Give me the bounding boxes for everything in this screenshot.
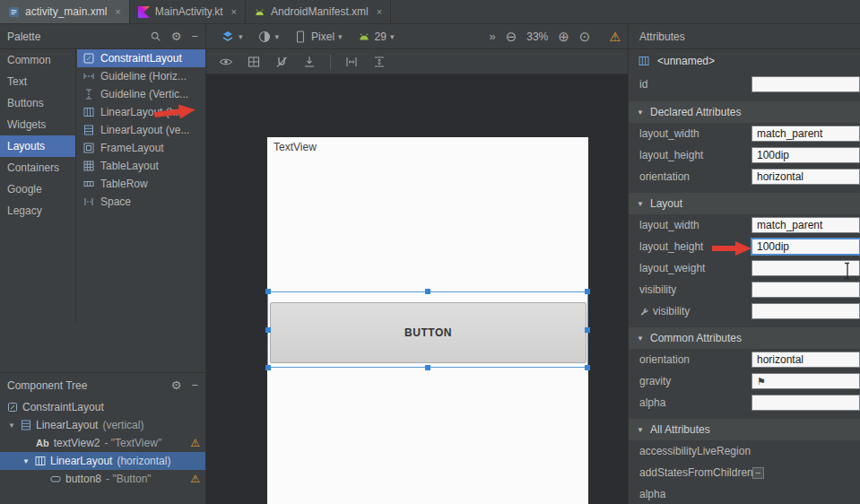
selection-handle[interactable]: [585, 289, 590, 294]
flag-icon[interactable]: ⚑: [757, 377, 766, 387]
warning-icon[interactable]: ⚠: [190, 474, 200, 484]
checkbox-indeterminate[interactable]: −: [752, 467, 764, 479]
palette-category-common[interactable]: Common: [0, 49, 75, 71]
palette-category-google[interactable]: Google: [0, 178, 75, 200]
gear-icon[interactable]: ⚙: [171, 30, 182, 42]
zoom-to-fit-button[interactable]: ⊙: [579, 30, 591, 43]
zoom-in-button[interactable]: ⊕: [558, 30, 569, 43]
palette-category-containers[interactable]: Containers: [0, 157, 75, 178]
palette-title: Palette: [7, 30, 40, 43]
palette-item-guideline-horizontal[interactable]: Guideline (Horiz...: [77, 67, 205, 85]
design-surface-selector[interactable]: ▾: [221, 30, 243, 44]
tab-mainactivity-kt[interactable]: MainActivity.kt ×: [130, 0, 246, 23]
palette-item-framelayout[interactable]: FrameLayout: [77, 139, 205, 157]
palette-category-legacy[interactable]: Legacy: [0, 200, 75, 222]
collapse-icon: ▼: [636, 426, 645, 434]
palette-item-constraintlayout[interactable]: ConstraintLayout: [77, 49, 205, 67]
close-icon[interactable]: ×: [115, 7, 120, 17]
section-declared-attributes[interactable]: ▼ Declared Attributes: [629, 101, 860, 123]
linearlayout-icon: [638, 55, 650, 67]
attr-value-input[interactable]: [751, 282, 860, 298]
selection-handle[interactable]: [585, 327, 590, 333]
close-icon[interactable]: ×: [231, 7, 237, 17]
palette-item-space[interactable]: Space: [77, 193, 205, 211]
selection-handle[interactable]: [265, 365, 271, 370]
selected-component-name: <unnamed>: [657, 55, 715, 67]
chevron-down-icon: ▾: [275, 32, 280, 41]
close-icon[interactable]: ×: [377, 7, 382, 17]
design-surface: TextView BUTTON: [206, 49, 628, 504]
tree-item-button8[interactable]: button8- "Button" ⚠: [0, 470, 205, 488]
attr-row: visibility: [629, 279, 860, 300]
palette-item-linearlayout-vertical[interactable]: LinearLayout (ve...: [77, 121, 205, 139]
tree-item-linearlayout-vertical[interactable]: ▼ LinearLayout(vertical): [0, 416, 205, 434]
attr-row-tools-visibility: visibility: [629, 300, 860, 322]
section-common-attributes[interactable]: ▼ Common Attributes: [629, 327, 860, 349]
attr-value-input[interactable]: match_parent: [751, 126, 860, 142]
attr-value-input[interactable]: horizontal: [751, 352, 860, 368]
orientation-selector[interactable]: ▾: [257, 30, 280, 44]
palette-category-widgets[interactable]: Widgets: [0, 114, 75, 135]
issues-warning-icon[interactable]: ⚠: [609, 30, 621, 43]
tree-item-linearlayout-horizontal[interactable]: ▼ LinearLayout(horizontal): [0, 452, 205, 470]
expander-icon[interactable]: ▼: [22, 457, 30, 465]
section-layout[interactable]: ▼ Layout: [629, 193, 860, 214]
attr-row: layout_width match_parent: [629, 214, 860, 236]
gear-icon[interactable]: ⚙: [171, 379, 182, 391]
minimize-icon[interactable]: −: [191, 379, 198, 391]
selected-linearlayout-region[interactable]: BUTTON: [267, 291, 588, 368]
framelayout-icon: [83, 142, 95, 154]
attr-value-input[interactable]: [751, 395, 860, 411]
component-tree-header: Component Tree ⚙ −: [0, 372, 205, 397]
device-selector[interactable]: Pixel ▾: [293, 30, 343, 44]
attr-row: layout_width match_parent: [629, 123, 860, 144]
button-icon: [50, 474, 61, 484]
toolbar-row: Palette ⚙ − ▾ ▾ Pixel ▾ 2: [0, 24, 860, 49]
expand-vertically-icon[interactable]: [372, 55, 387, 69]
expander-icon[interactable]: ▼: [7, 421, 16, 430]
palette-item-tablerow[interactable]: TableRow: [77, 175, 205, 193]
palette-item-tablelayout[interactable]: TableLayout: [77, 157, 205, 175]
tree-item-textview2[interactable]: Ab textView2- "TextView" ⚠: [0, 434, 205, 452]
search-icon[interactable]: [150, 30, 161, 42]
section-all-attributes[interactable]: ▼ All Attributes: [629, 419, 860, 440]
autoconnect-magnet-off-icon[interactable]: [274, 55, 289, 69]
palette-category-list: Common Text Buttons Widgets Layouts Cont…: [0, 49, 76, 323]
chevron-down-icon: ▾: [338, 32, 343, 41]
view-options-eye-icon[interactable]: [219, 55, 233, 69]
attr-row-gravity: gravity ⚑: [629, 370, 860, 392]
canvas-button[interactable]: BUTTON: [270, 302, 586, 363]
palette-category-text[interactable]: Text: [0, 71, 75, 92]
selection-handle[interactable]: [585, 365, 590, 370]
attr-row-add-states: addStatesFromChildren −: [629, 462, 860, 483]
attr-value-input[interactable]: match_parent: [751, 217, 860, 233]
attr-value-input[interactable]: horizontal: [751, 169, 860, 185]
attr-value-input[interactable]: 100dip: [751, 147, 860, 163]
id-input[interactable]: [751, 76, 860, 92]
component-tree-title: Component Tree: [7, 379, 87, 392]
device-screen[interactable]: TextView BUTTON: [267, 137, 588, 504]
tree-item-constraintlayout[interactable]: ConstraintLayout: [0, 398, 205, 416]
selection-handle[interactable]: [265, 289, 271, 294]
tab-activity-main-xml[interactable]: activity_main.xml ×: [0, 0, 130, 23]
selection-handle[interactable]: [265, 327, 271, 333]
canvas-textview[interactable]: TextView: [274, 141, 317, 153]
warning-icon[interactable]: ⚠: [190, 438, 200, 448]
toolbar-overflow-button[interactable]: »: [489, 30, 495, 42]
attr-value-input[interactable]: 100dip: [751, 239, 860, 255]
selection-handle[interactable]: [425, 289, 430, 294]
default-margins-icon[interactable]: [302, 55, 317, 69]
attr-value-input[interactable]: ⚑: [751, 373, 860, 389]
minimize-icon[interactable]: −: [191, 30, 198, 42]
palette-category-layouts[interactable]: Layouts: [0, 135, 75, 157]
android-manifest-file-icon: [254, 6, 265, 18]
pack-horizontally-icon[interactable]: [344, 55, 359, 69]
blueprint-grid-icon[interactable]: [247, 55, 261, 69]
api-level-selector[interactable]: 29 ▾: [357, 30, 395, 44]
tab-androidmanifest-xml[interactable]: AndroidManifest.xml ×: [246, 0, 391, 23]
attr-value-input[interactable]: [751, 303, 860, 319]
selection-handle[interactable]: [425, 365, 430, 370]
palette-category-buttons[interactable]: Buttons: [0, 92, 75, 114]
zoom-out-button[interactable]: ⊖: [506, 30, 517, 43]
selected-component-row: <unnamed>: [629, 49, 860, 73]
